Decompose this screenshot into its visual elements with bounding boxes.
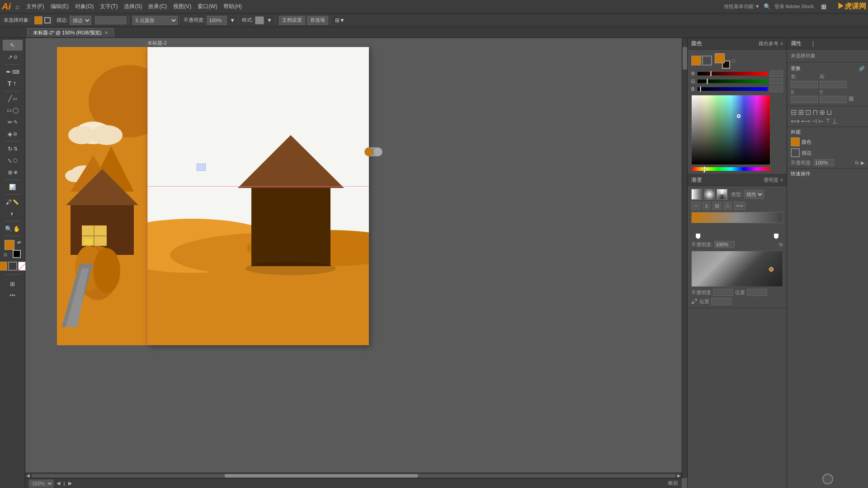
menu-object[interactable]: 对象(O)	[72, 2, 96, 11]
gradient-tool-btn[interactable]: ■	[3, 208, 23, 219]
gradient-stop-left[interactable]	[696, 234, 700, 239]
b-value-input[interactable]	[769, 86, 783, 92]
rect-tool-btn[interactable]: ▭ ◯	[3, 105, 23, 116]
brush-dropdown[interactable]: 5 点圆形	[132, 16, 178, 25]
home-icon[interactable]: ⌂	[15, 3, 19, 10]
brush-tool-btn[interactable]: ✏ ✎	[3, 117, 23, 127]
stroke-icon[interactable]	[44, 17, 51, 23]
dist-left-icon[interactable]: ⊣	[811, 117, 817, 125]
more-icon[interactable]: ⊞▼	[334, 17, 346, 24]
h-scroll-right[interactable]: ▶	[676, 473, 682, 478]
fill-color[interactable]	[34, 16, 42, 24]
b-slider[interactable]	[698, 87, 768, 91]
h-scroll-left[interactable]: ◀	[25, 473, 31, 478]
distribute-btn[interactable]: ⟺	[734, 202, 745, 210]
menu-effect[interactable]: 效果(C)	[146, 2, 170, 11]
gradient-bar[interactable]	[691, 212, 783, 223]
hue-slider[interactable]	[691, 167, 770, 171]
properties-header[interactable]: 属性 |	[787, 38, 868, 50]
gradient-panel-header[interactable]: 渐变 透明度 ≡	[688, 174, 787, 186]
g-value-input[interactable]	[769, 78, 783, 84]
menu-edit[interactable]: 编辑(E)	[48, 2, 71, 11]
zoom-btn[interactable]: 🔍 ✋	[3, 223, 23, 234]
more-transform-icon[interactable]: ⊞	[849, 95, 854, 102]
doc-settings-btn[interactable]: 文档设置	[279, 16, 305, 25]
gradient-stop-right[interactable]	[774, 234, 778, 239]
menu-view[interactable]: 视图(V)	[170, 2, 194, 11]
none-stroke-icon[interactable]: □	[732, 57, 735, 64]
preferences-btn[interactable]: 首选项	[307, 16, 328, 25]
fill-swatch[interactable]	[0, 262, 7, 271]
gradient-opacity-input[interactable]	[714, 241, 735, 248]
canvas-area[interactable]: 未标题-2 ◀ ▶ 150% ◀ 1 ▶ 断面	[25, 38, 687, 488]
style-arrow[interactable]: ▼	[266, 17, 273, 24]
dist-top-icon[interactable]: ⊤	[825, 117, 830, 125]
h-scroll-track[interactable]	[32, 474, 675, 478]
warp-tool-btn[interactable]: ⊛ ⊕	[3, 167, 23, 178]
v-scroll-thumb[interactable]	[683, 47, 687, 70]
bg-color-icon[interactable]	[702, 56, 712, 66]
stroke-options-btn[interactable]: ⧖	[703, 202, 711, 210]
align-top-icon[interactable]: ⊓	[812, 108, 818, 117]
arrange-icon[interactable]: ⊞	[821, 3, 826, 10]
align-right-icon[interactable]: ⊡	[805, 108, 811, 117]
menu-window[interactable]: 窗口(W)	[195, 2, 220, 11]
align-bottom-icon[interactable]: ⊔	[826, 108, 832, 117]
fill-color-appearance[interactable]	[791, 137, 800, 146]
graph-tool-btn[interactable]: 📊	[3, 182, 23, 192]
opacity-arrow-appearance[interactable]: ▶	[861, 160, 864, 166]
style-preview[interactable]	[255, 16, 264, 24]
opacity-input-appearance[interactable]	[814, 159, 834, 166]
toggle-btn-active[interactable]	[365, 148, 373, 156]
vertical-scrollbar[interactable]	[682, 38, 687, 478]
menu-select[interactable]: 选择(S)	[121, 2, 145, 11]
zoom-select[interactable]: 150%	[29, 479, 54, 488]
line-tool-btn[interactable]: ╱ ▭	[3, 93, 23, 104]
fg-color-icon[interactable]	[691, 56, 701, 66]
stroke-style-dropdown[interactable]: 描边	[70, 16, 91, 25]
location-input[interactable]	[747, 289, 767, 296]
scale-tool-btn[interactable]: ⤡ ⬡	[3, 155, 23, 166]
panel-menu-icon[interactable]: ≡	[780, 41, 783, 46]
stroke-width-input[interactable]	[95, 16, 127, 24]
direct-selection-btn[interactable]: ↗ ⊙	[3, 52, 23, 62]
menu-text[interactable]: 文字(T)	[97, 2, 120, 11]
opacity-input[interactable]	[207, 16, 227, 25]
g-slider[interactable]	[698, 80, 768, 83]
blob-brush-btn[interactable]: ◈ ⊘	[3, 128, 23, 139]
h-scroll-thumb[interactable]	[225, 474, 418, 478]
chain-icon[interactable]: 🔗	[859, 66, 864, 71]
rotate-tool-btn[interactable]: ↻ ⇅	[3, 143, 23, 154]
align-center-icon[interactable]: ⊞	[798, 108, 804, 117]
width-input[interactable]	[791, 81, 818, 88]
freeform-gradient-btn[interactable]	[717, 189, 727, 200]
dist-bottom-icon[interactable]: ⊥	[832, 117, 837, 125]
stroke-swatch[interactable]	[8, 262, 17, 271]
pen-tool-btn[interactable]: ✒ ⌨	[3, 66, 23, 77]
x-input[interactable]	[791, 96, 818, 103]
search-icon[interactable]: 🔍	[764, 3, 771, 10]
reverse-btn[interactable]: ↔	[691, 202, 701, 210]
align-middle-icon[interactable]: ⊕	[819, 108, 825, 117]
menu-file[interactable]: 文件(F)	[24, 2, 47, 11]
dist-v-icon[interactable]: ⟷	[801, 117, 810, 125]
fill-color-box[interactable]	[5, 240, 14, 250]
type-tool-btn[interactable]: T Ｔ	[3, 78, 23, 89]
alt-input[interactable]	[711, 298, 731, 305]
default-colors-icon[interactable]: ⊡	[4, 253, 7, 257]
toggle-handle[interactable]	[364, 147, 382, 156]
selection-tool-btn[interactable]: ↖	[3, 40, 23, 51]
opacity-arrow[interactable]: ▼	[229, 17, 236, 24]
tab-close-btn[interactable]: ✕	[104, 30, 108, 35]
gradient-type-select[interactable]: 线性 径向	[744, 190, 764, 199]
eyedropper-icon-panel[interactable]: 🖍	[691, 298, 698, 305]
swap-colors-icon[interactable]: ⇄	[17, 240, 21, 245]
stroke-color-appearance[interactable]	[791, 148, 800, 157]
gradient-menu-icon[interactable]: ≡	[780, 178, 783, 183]
align-left-icon[interactable]: ⊟	[791, 108, 797, 117]
circle-tool-icon[interactable]	[822, 474, 833, 484]
dist-right-icon[interactable]: ⊢	[818, 117, 824, 125]
horizontal-scrollbar[interactable]: ◀ ▶	[25, 473, 682, 478]
linear-gradient-btn[interactable]	[691, 189, 702, 200]
stroke-color-box[interactable]	[13, 250, 21, 258]
